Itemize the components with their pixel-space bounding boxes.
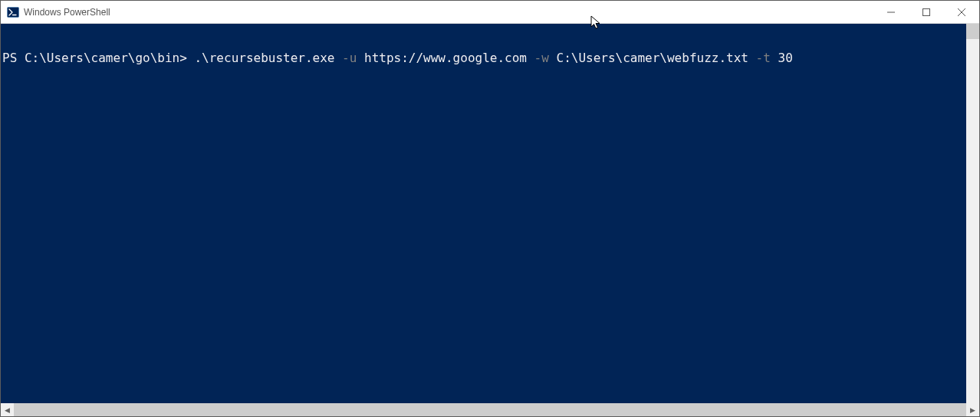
arg-url: https://www.google.com — [357, 51, 527, 65]
title-left: Windows PowerShell — [1, 6, 873, 18]
maximize-button[interactable] — [909, 1, 944, 23]
title-buttons — [873, 1, 979, 23]
svg-rect-1 — [923, 8, 930, 15]
prompt: PS C:\Users\camer\go\bin> — [2, 51, 187, 65]
flag-t: -t — [748, 51, 771, 65]
flag-w: -w — [527, 51, 549, 65]
scroll-right-icon[interactable]: ▶ — [966, 403, 979, 416]
horizontal-scrollbar-thumb[interactable] — [14, 403, 966, 416]
flag-u: -u — [334, 51, 357, 65]
close-button[interactable] — [944, 1, 979, 23]
vertical-scrollbar[interactable] — [966, 24, 979, 403]
titlebar[interactable]: Windows PowerShell — [1, 1, 979, 24]
terminal-body-wrap: PS C:\Users\camer\go\bin> .\recursebuste… — [1, 24, 979, 403]
cmd-exe: .\recursebuster.exe — [187, 51, 335, 65]
terminal-wrap: PS C:\Users\camer\go\bin> .\recursebuste… — [1, 24, 979, 416]
vertical-scrollbar-thumb[interactable] — [966, 24, 979, 39]
arg-threads: 30 — [771, 51, 793, 65]
command-line: PS C:\Users\camer\go\bin> .\recursebuste… — [1, 51, 966, 65]
minimize-button[interactable] — [873, 1, 909, 23]
horizontal-scrollbar[interactable]: ◀ ▶ — [1, 403, 979, 416]
powershell-window: Windows PowerShell PS C:\Users\camer\go\… — [0, 0, 980, 417]
scroll-left-icon[interactable]: ◀ — [1, 403, 14, 416]
terminal[interactable]: PS C:\Users\camer\go\bin> .\recursebuste… — [1, 24, 966, 403]
powershell-icon — [7, 6, 19, 18]
arg-wordlist: C:\Users\camer\webfuzz.txt — [549, 51, 748, 65]
window-title: Windows PowerShell — [24, 7, 110, 18]
